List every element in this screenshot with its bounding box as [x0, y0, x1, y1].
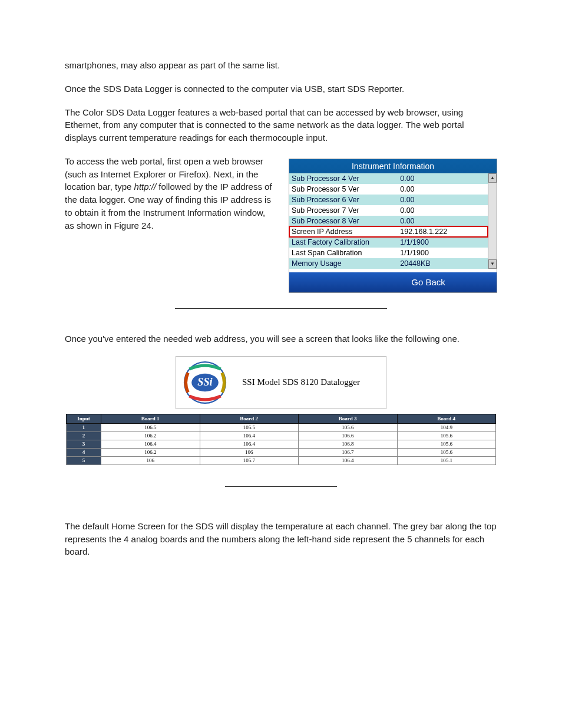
scroll-down-button[interactable]: ▼	[488, 259, 497, 269]
cell-value: 106.4	[299, 456, 398, 465]
cell-value: 105.5	[200, 423, 299, 431]
scroll-up-button[interactable]: ▲	[488, 173, 497, 183]
row-index: 2	[67, 431, 101, 440]
row-value: 0.00	[400, 195, 485, 205]
table-header: Input	[67, 414, 101, 423]
cell-value: 104.9	[397, 423, 496, 431]
row-label: Sub Processor 6 Ver	[292, 195, 400, 205]
row-value: 0.00	[400, 216, 485, 226]
temperature-table: InputBoard 1Board 2Board 3Board 4 1106.5…	[66, 414, 496, 465]
cell-value: 105.6	[397, 431, 496, 440]
paragraph: Once the SDS Data Logger is connected to…	[65, 83, 497, 95]
row-label: Sub Processor 8 Ver	[292, 216, 400, 226]
cell-value: 105.6	[299, 423, 398, 431]
table-row: 1106.5105.5105.6104.9	[67, 423, 496, 431]
row-value: 1/1/1900	[400, 237, 485, 248]
row-value: 0.00	[400, 173, 485, 184]
row-label: Sub Processor 5 Ver	[292, 184, 400, 195]
table-header: Board 2	[200, 414, 299, 423]
cell-value: 105.7	[200, 456, 299, 465]
table-row: 5106105.7106.4105.1	[67, 456, 496, 465]
row-label: Sub Processor 7 Ver	[292, 205, 400, 216]
figure-caption-rule	[175, 308, 387, 309]
row-index: 1	[67, 423, 101, 431]
cell-value: 106.7	[299, 448, 398, 456]
instrument-row: Screen IP Address192.168.1.222	[289, 226, 488, 237]
cell-value: 105.6	[397, 440, 496, 448]
paragraph: smartphones, may also appear as part of …	[65, 59, 497, 72]
scrollbar[interactable]: ▲ ▼	[488, 173, 497, 269]
row-label: Last Span Calibration	[292, 248, 400, 258]
instrument-row: Sub Processor 6 Ver0.00	[289, 195, 488, 205]
row-index: 5	[67, 456, 101, 465]
paragraph: To access the web portal, first open a w…	[65, 155, 277, 232]
table-row: 3106.4106.4106.8105.6	[67, 440, 496, 448]
table-row: 4106.2106106.7105.6	[67, 448, 496, 456]
cell-value: 106.4	[101, 440, 200, 448]
web-portal-screenshot: SSi SSI Model SDS 8120 Datalogger InputB…	[66, 356, 496, 465]
portal-title: SSI Model SDS 8120 Datalogger	[242, 376, 360, 389]
instrument-row: Sub Processor 8 Ver0.00	[289, 216, 488, 226]
instrument-row: Sub Processor 7 Ver0.00	[289, 205, 488, 216]
instrument-row: Sub Processor 5 Ver0.00	[289, 184, 488, 195]
cell-value: 106.5	[101, 423, 200, 431]
cell-value: 106.2	[101, 431, 200, 440]
row-label: Screen IP Address	[292, 226, 400, 237]
paragraph: Once you've entered the needed web addre…	[65, 332, 497, 345]
row-index: 3	[67, 440, 101, 448]
row-label: Last Factory Calibration	[292, 237, 400, 248]
instrument-row: Last Factory Calibration1/1/1900	[289, 237, 488, 248]
table-header: Board 3	[299, 414, 398, 423]
figure-caption-rule	[225, 486, 337, 487]
ssi-logo-icon: SSi	[180, 360, 230, 405]
paragraph: The default Home Screen for the SDS will…	[65, 520, 497, 558]
cell-value: 106.2	[101, 448, 200, 456]
portal-header: SSi SSI Model SDS 8120 Datalogger	[176, 356, 386, 409]
row-value: 192.168.1.222	[400, 226, 485, 237]
row-value: 0.00	[400, 205, 485, 216]
http-url: http://	[134, 182, 157, 192]
paragraph: The Color SDS Data Logger features a web…	[65, 106, 497, 144]
row-label: Memory Usage	[292, 258, 400, 269]
go-back-button[interactable]: Go Back	[289, 272, 497, 292]
instrument-info-panel: Instrument Information Sub Processor 4 V…	[289, 159, 497, 293]
cell-value: 105.1	[397, 456, 496, 465]
cell-value: 106.6	[299, 431, 398, 440]
cell-value: 106	[200, 448, 299, 456]
table-row: 2106.2106.4106.6105.6	[67, 431, 496, 440]
row-label: Sub Processor 4 Ver	[292, 173, 400, 184]
cell-value: 106.8	[299, 440, 398, 448]
row-value: 1/1/1900	[400, 248, 485, 258]
cell-value: 106	[101, 456, 200, 465]
table-header: Board 4	[397, 414, 496, 423]
cell-value: 105.6	[397, 448, 496, 456]
table-header: Board 1	[101, 414, 200, 423]
instrument-row: Sub Processor 4 Ver0.00	[289, 173, 488, 184]
svg-text:SSi: SSi	[197, 376, 212, 388]
row-value: 0.00	[400, 184, 485, 195]
row-index: 4	[67, 448, 101, 456]
instrument-row: Last Span Calibration1/1/1900	[289, 248, 488, 258]
panel-title: Instrument Information	[289, 159, 497, 173]
cell-value: 106.4	[200, 440, 299, 448]
cell-value: 106.4	[200, 431, 299, 440]
row-value: 20448KB	[400, 258, 485, 269]
instrument-row: Memory Usage20448KB	[289, 258, 488, 269]
